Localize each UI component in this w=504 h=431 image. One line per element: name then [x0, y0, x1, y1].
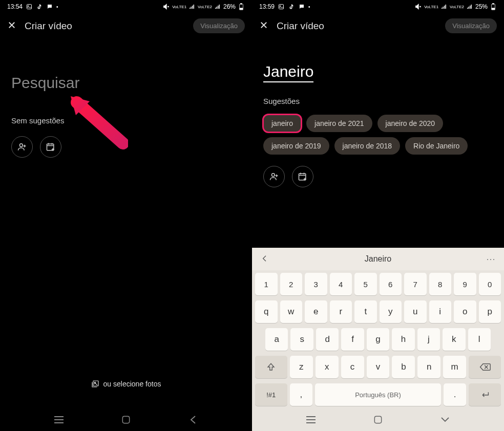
chat-status-icon	[46, 3, 53, 10]
key-9[interactable]: 9	[454, 273, 476, 295]
suggestions-label: Sugestões	[263, 97, 493, 105]
close-button[interactable]	[7, 20, 16, 32]
svg-rect-10	[279, 5, 284, 9]
close-button[interactable]	[259, 20, 268, 32]
keyboard-more-icon[interactable]: ⋯	[484, 253, 499, 265]
key-z[interactable]: z	[290, 356, 313, 378]
status-time: 13:59	[259, 3, 275, 10]
add-date-button[interactable]	[292, 166, 313, 187]
key-8[interactable]: 8	[429, 273, 452, 295]
page-title: Criar vídeo	[25, 20, 185, 32]
chip-janeiro-2021[interactable]: janeiro de 2021	[306, 115, 372, 132]
key-v[interactable]: v	[367, 356, 390, 378]
keyboard-suggestion[interactable]: Janeiro	[272, 254, 484, 264]
key-h[interactable]: h	[392, 328, 414, 351]
nav-home[interactable]	[120, 414, 132, 425]
key-0[interactable]: 0	[479, 273, 501, 295]
chip-rio-de-janeiro[interactable]: Rio de Janeiro	[405, 137, 468, 155]
battery-percent: 25%	[475, 3, 488, 10]
key-l[interactable]: l	[468, 328, 491, 351]
select-photos-button[interactable]: ou selecione fotos	[0, 370, 252, 408]
key-s[interactable]: s	[290, 328, 313, 351]
key-6[interactable]: 6	[380, 273, 402, 295]
key-i[interactable]: i	[429, 300, 452, 323]
svg-point-8	[94, 382, 95, 383]
add-date-button[interactable]	[40, 136, 61, 158]
chip-janeiro-2018[interactable]: janeiro de 2018	[334, 137, 401, 155]
key-n[interactable]: n	[417, 356, 440, 378]
nav-keyboard-hide[interactable]	[439, 414, 451, 425]
key-e[interactable]: e	[305, 300, 327, 323]
nav-recents[interactable]	[305, 414, 317, 425]
key-4[interactable]: 4	[330, 273, 352, 295]
key-7[interactable]: 7	[404, 273, 427, 295]
nav-recents[interactable]	[53, 414, 65, 425]
key-j[interactable]: j	[417, 328, 440, 351]
battery-percent: 26%	[223, 3, 236, 10]
preview-button[interactable]: Visualização	[445, 18, 497, 33]
no-suggestions-label: Sem sugestões	[11, 116, 241, 125]
svg-point-11	[280, 6, 281, 7]
status-bar: 13:59 • VoLTE1 VoLTE2 25%	[252, 0, 504, 13]
keyboard-back-icon[interactable]	[257, 253, 272, 265]
key-b[interactable]: b	[392, 356, 415, 378]
app-header: Criar vídeo Visualização	[0, 13, 252, 38]
key-enter[interactable]	[469, 383, 501, 406]
key-m[interactable]: m	[443, 356, 466, 378]
svg-rect-0	[27, 5, 32, 9]
svg-point-15	[271, 174, 275, 177]
key-r[interactable]: r	[330, 300, 352, 323]
search-input[interactable]: Janeiro	[263, 63, 313, 82]
key-x[interactable]: x	[316, 356, 339, 378]
key-period[interactable]: .	[444, 383, 467, 406]
more-status-icon: •	[308, 4, 310, 10]
preview-button[interactable]: Visualização	[193, 18, 245, 33]
battery-icon	[490, 3, 497, 10]
chip-janeiro[interactable]: janeiro	[263, 115, 301, 132]
status-time: 13:54	[7, 3, 23, 10]
svg-point-5	[19, 144, 23, 147]
key-a[interactable]: a	[265, 328, 288, 351]
nav-home[interactable]	[372, 414, 384, 425]
key-d[interactable]: d	[316, 328, 339, 351]
net-label-1: VoLTE1	[172, 5, 186, 9]
more-status-icon: •	[56, 4, 58, 10]
svg-rect-9	[122, 416, 129, 423]
key-w[interactable]: w	[280, 300, 303, 323]
photos-icon	[91, 380, 99, 388]
key-c[interactable]: c	[341, 356, 364, 378]
signal-icon-2	[214, 3, 221, 10]
chip-janeiro-2019[interactable]: janeiro de 2019	[263, 137, 329, 155]
key-t[interactable]: t	[354, 300, 377, 323]
keyboard: Janeiro ⋯ 1234567890 qwertyuiop asdfghjk…	[252, 248, 504, 408]
suggestion-chips: janeiro janeiro de 2021 janeiro de 2020 …	[263, 115, 493, 155]
key-q[interactable]: q	[255, 300, 278, 323]
key-y[interactable]: y	[380, 300, 402, 323]
svg-rect-13	[493, 4, 494, 4]
key-space[interactable]: Português (BR)	[315, 383, 441, 406]
key-comma[interactable]: ,	[290, 383, 313, 406]
search-input[interactable]: Pesquisar	[11, 74, 241, 92]
key-k[interactable]: k	[443, 328, 465, 351]
key-u[interactable]: u	[404, 300, 427, 323]
add-person-button[interactable]	[263, 166, 285, 187]
key-f[interactable]: f	[341, 328, 364, 351]
nav-back[interactable]	[187, 414, 199, 425]
svg-point-1	[28, 6, 29, 7]
tiktok-status-icon	[288, 3, 295, 10]
key-1[interactable]: 1	[255, 273, 278, 295]
svg-rect-3	[241, 4, 242, 4]
mute-icon	[415, 3, 422, 10]
key-backspace[interactable]	[469, 356, 501, 378]
key-2[interactable]: 2	[280, 273, 303, 295]
key-5[interactable]: 5	[354, 273, 377, 295]
key-p[interactable]: p	[479, 300, 501, 323]
key-3[interactable]: 3	[305, 273, 327, 295]
key-g[interactable]: g	[367, 328, 389, 351]
app-header: Criar vídeo Visualização	[252, 13, 504, 38]
key-symbols[interactable]: !#1	[255, 383, 287, 406]
key-o[interactable]: o	[454, 300, 476, 323]
add-person-button[interactable]	[11, 136, 33, 158]
key-shift[interactable]	[255, 356, 287, 378]
chip-janeiro-2020[interactable]: janeiro de 2020	[377, 115, 444, 132]
